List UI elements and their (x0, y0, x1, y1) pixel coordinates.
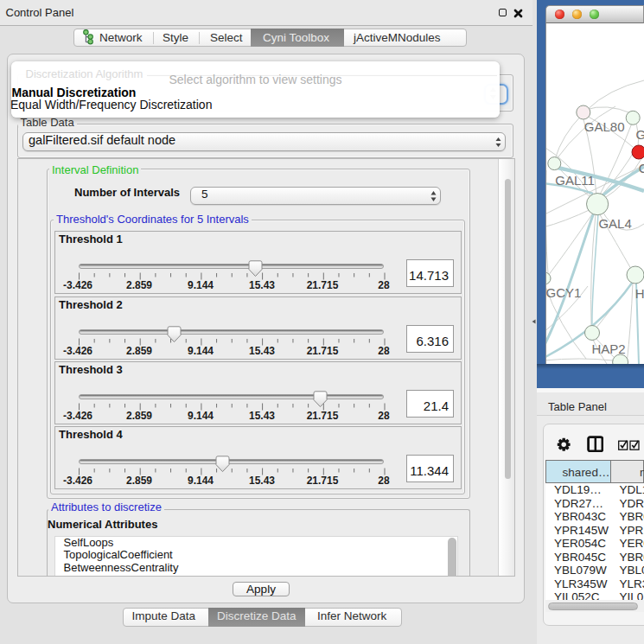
svg-text:C: C (639, 161, 644, 175)
svg-text:GAL11: GAL11 (555, 173, 595, 188)
svg-text:GAL80: GAL80 (584, 119, 625, 134)
svg-text:GCY1: GCY1 (546, 285, 581, 300)
svg-text:GA: GA (636, 127, 644, 142)
svg-text:HAP2: HAP2 (591, 341, 625, 356)
svg-text:GAL4: GAL4 (598, 216, 631, 231)
svg-text:HI: HI (635, 286, 644, 301)
